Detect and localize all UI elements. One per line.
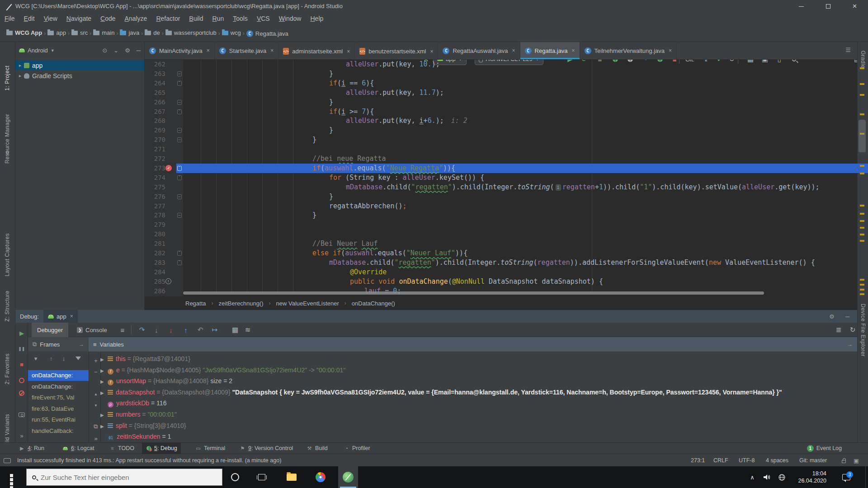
variable-row-unsortmap[interactable]: ▶funsortMap = {HashMap@14008} size = 2 — [100, 375, 853, 386]
line-number[interactable]: 278 — [145, 211, 165, 220]
collapse-all-icon[interactable]: ⌄ — [113, 47, 118, 54]
menu-item-view[interactable]: View — [39, 13, 62, 24]
editor-horizontal-scrollbar[interactable] — [183, 291, 764, 295]
pause-button[interactable]: ❚❚ — [16, 343, 27, 354]
editor-breadcrumb-ondatachange[interactable]: onDataChange() — [352, 300, 395, 307]
network-icon[interactable] — [776, 466, 788, 488]
variable-row-yardstickdb[interactable]: pyardstickDb = 116 — [100, 398, 853, 408]
menu-item-run[interactable]: Run — [208, 13, 228, 24]
tab-regatta-java[interactable]: CRegatta.java× — [520, 42, 580, 59]
debug-tab-debugger[interactable]: Debugger — [32, 323, 68, 337]
move-watch-down-icon[interactable]: ▼ — [91, 401, 100, 410]
evaluate-expression-icon[interactable]: ▦ — [230, 324, 241, 335]
frame-row[interactable]: onDataChange: — [28, 381, 89, 392]
add-watch-icon[interactable]: + — [91, 356, 100, 365]
menu-item-edit[interactable]: Edit — [19, 13, 39, 24]
variable-row-e[interactable]: ▶fe = {HashMap$Node@14005} "JwS9fh0aVGSn… — [100, 365, 853, 375]
tab-adminstartseite-xml[interactable]: </>adminstartseite.xml× — [278, 43, 355, 60]
indent-style[interactable]: 4 spaces — [766, 454, 788, 467]
code-line-268[interactable]: 268alleUser.put(key, i+6.);i: 2 — [145, 116, 857, 126]
warning-stripe-mark[interactable] — [860, 213, 864, 215]
line-number[interactable]: 262 — [145, 60, 165, 69]
menu-item-navigate[interactable]: Navigate — [62, 13, 96, 24]
project-item-gradle-scripts[interactable]: ▸Gradle Scripts — [15, 70, 144, 81]
editor-breadcrumb-new-valueeventlistener[interactable]: new ValueEventListener — [276, 300, 339, 307]
code-line-271[interactable]: 271 — [145, 145, 857, 154]
android-studio-taskbar-button[interactable] — [338, 466, 358, 488]
taskbar-clock[interactable]: 18:04 26.04.2020 — [798, 466, 826, 488]
line-number[interactable]: 284 — [145, 267, 165, 277]
code-line-278[interactable]: 278–} — [145, 211, 857, 220]
close-icon[interactable]: × — [430, 48, 433, 55]
warning-stripe-mark[interactable] — [860, 234, 864, 235]
code-line-273[interactable]: 273ˇ✓if(auswahl.equals("Neue Regatta")){ — [145, 164, 857, 173]
line-number[interactable]: 268 — [145, 116, 165, 126]
code-line-281[interactable]: 281//Bei Neuer Lauf — [145, 239, 857, 249]
variable-row-zeitinsekunden[interactable]: 01zeitInSekunden = 1 — [100, 431, 853, 442]
line-number[interactable]: 279 — [145, 220, 165, 230]
breakpoint-icon[interactable]: ✓ — [165, 165, 172, 171]
step-into-icon[interactable]: ↓ — [151, 324, 162, 335]
stripe-button-2-favorites[interactable]: 2: Favorites — [4, 353, 10, 385]
line-number[interactable]: 263 — [145, 69, 165, 79]
show-execution-point-icon[interactable]: ≡ — [117, 324, 128, 335]
code-line-265[interactable]: 265alleUser.put(key, 11.7); — [145, 88, 857, 98]
code-line-264[interactable]: 264ˇif(i == 6){ — [145, 79, 857, 88]
code-line-279[interactable]: 279 — [145, 220, 857, 230]
taskbar-search[interactable] — [26, 469, 222, 486]
code-line-266[interactable]: 266–} — [145, 98, 857, 107]
tab-mainactivity-java[interactable]: CMainActivity.java× — [145, 42, 215, 59]
code-line-270[interactable]: 270–} — [145, 135, 857, 145]
mute-breakpoints-button[interactable] — [16, 388, 27, 399]
event-log-button[interactable]: 1 Event Log — [803, 443, 845, 454]
line-number[interactable]: 271 — [145, 145, 165, 154]
toolwindow-button-5-debug[interactable]: 5: Debug — [142, 443, 181, 454]
debug-tab-console[interactable]: ❯Console — [71, 323, 113, 337]
warning-stripe-mark[interactable] — [860, 205, 864, 206]
close-icon[interactable]: × — [347, 48, 350, 55]
run-to-cursor-icon[interactable]: ↦ — [209, 324, 220, 335]
toolwindow-button-4-run[interactable]: ▶4: Run — [15, 443, 48, 454]
line-number[interactable]: 276 — [145, 192, 165, 202]
line-number[interactable]: 272 — [145, 154, 165, 164]
stripe-button-1-project[interactable]: 1: Project — [4, 66, 10, 91]
menu-item-vcs[interactable]: VCS — [252, 13, 274, 24]
fold-marker-icon[interactable]: ˇ — [177, 81, 182, 86]
close-icon[interactable]: × — [669, 47, 672, 54]
hide-panel-icon[interactable]: ─ — [137, 47, 141, 54]
toolwindow-switcher-icon[interactable] — [4, 454, 11, 467]
breadcrumb-item-app[interactable]: app — [47, 29, 66, 36]
expand-arrow-icon[interactable]: ▶ — [100, 388, 108, 398]
fold-marker-icon[interactable]: ˇ — [177, 175, 182, 180]
expand-arrow-icon[interactable]: ▶ — [100, 376, 108, 386]
warning-stripe-mark[interactable] — [860, 83, 864, 85]
editor-breadcrumb-zeitberechnung[interactable]: zeitBerechnung() — [219, 300, 264, 307]
fold-marker-icon[interactable]: ˇ — [177, 166, 182, 171]
code-line-267[interactable]: 267ˇif(i >= 7){ — [145, 107, 857, 117]
expand-arrow-icon[interactable]: ▶ — [100, 366, 108, 375]
menu-item-refactor[interactable]: Refactor — [151, 13, 184, 24]
tab-regattaauswahl-java[interactable]: CRegattaAuswahl.java× — [438, 42, 520, 59]
close-icon[interactable]: × — [70, 313, 73, 319]
code-line-269[interactable]: 269–} — [145, 126, 857, 135]
frame-row[interactable]: fireEvent:75, Val — [28, 392, 89, 403]
warning-stripe-mark[interactable] — [860, 173, 864, 174]
editor-breadcrumb-regatta[interactable]: Regatta — [185, 300, 206, 307]
breadcrumb-item-wcg-app[interactable]: WCG App — [6, 29, 42, 36]
task-view-button[interactable] — [254, 466, 269, 488]
fold-marker-icon[interactable]: – — [177, 137, 182, 142]
frame-row[interactable]: onDataChange: — [28, 370, 89, 381]
caret-position[interactable]: 273:1 — [691, 454, 705, 467]
stop-button[interactable]: ■ — [16, 359, 27, 370]
pin-icon[interactable]: → — [847, 341, 853, 347]
breadcrumb-item-de[interactable]: de — [145, 29, 160, 36]
force-step-into-icon[interactable]: ↓ — [165, 324, 176, 335]
line-number[interactable]: 267 — [145, 107, 165, 117]
threads-view-icon[interactable]: ≣ — [833, 324, 844, 335]
step-out-icon[interactable]: ↑ — [180, 324, 191, 335]
minimize-button[interactable] — [788, 0, 815, 13]
line-number[interactable]: 285 — [145, 277, 165, 286]
action-center-button[interactable]: 3 — [837, 466, 855, 488]
tab-list-icon[interactable]: ☰ — [845, 47, 851, 53]
fold-marker-icon[interactable]: – — [177, 194, 182, 199]
